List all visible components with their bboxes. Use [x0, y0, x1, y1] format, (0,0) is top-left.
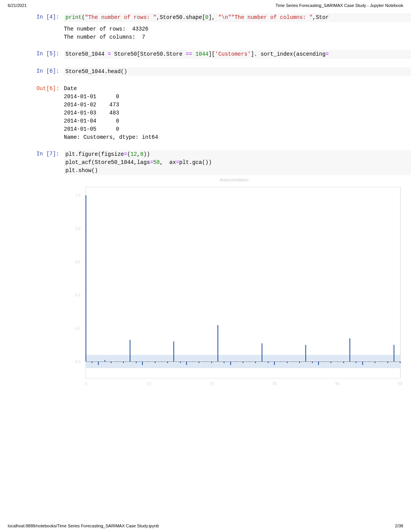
acf-bar-lag-50	[400, 361, 401, 363]
header-title: Time Series Forecasting_SARIMAX Case Stu…	[276, 3, 403, 8]
output-out-6: Date 2014-01-01 0 2014-01-02 473 2014-01…	[64, 85, 411, 142]
acf-bar-lag-44	[362, 361, 363, 365]
acf-bar-lag-2	[98, 361, 99, 365]
acf-bar-lag-9	[142, 361, 143, 365]
acf-bar-lag-32	[287, 361, 288, 363]
acf-bar-lag-11	[155, 361, 156, 363]
acf-bar-lag-23	[230, 361, 231, 365]
acf-bar-lag-37	[318, 361, 319, 365]
notebook-content: In [4]: print("The number of rows: ",Sto…	[0, 9, 411, 394]
acf-bar-lag-45	[368, 361, 369, 362]
acf-bar-lag-1	[92, 361, 92, 363]
prompt-in-7: In [7]:	[23, 150, 64, 394]
cell-in-7: In [7]: plt.figure(figsize=(12,8)) plot_…	[23, 150, 411, 394]
acf-bar-lag-0	[86, 195, 86, 361]
acf-bar-lag-42	[349, 338, 350, 361]
output-cell-4: The number of rows: 43326 The number of …	[64, 25, 411, 41]
cell-in-6: In [6]: Store50_1044.head()	[23, 67, 411, 76]
acf-bar-lag-15	[180, 361, 181, 363]
acf-bar-lag-6	[123, 361, 124, 363]
acf-bar-lag-20	[211, 361, 212, 363]
plot-box: 0.00.20.40.60.81.0 01020304050	[86, 187, 401, 379]
cell-in-5: In [5]: Store50_1044 = Store50[Store50.S…	[23, 50, 411, 59]
acf-bar-lag-16	[186, 361, 187, 365]
acf-bar-lag-24	[236, 361, 237, 362]
acf-bar-lag-5	[117, 361, 118, 362]
cell-in-4: In [4]: print("The number of rows: ",Sto…	[23, 13, 411, 41]
acf-bar-lag-25	[243, 361, 243, 363]
code-cell-5[interactable]: Store50_1044 = Store50[Store50.Store == …	[64, 50, 411, 59]
acf-bar-lag-38	[324, 361, 325, 362]
acf-bar-lag-35	[305, 345, 306, 361]
acf-bar-lag-47	[381, 361, 382, 362]
acf-bar-lag-14	[173, 341, 174, 361]
acf-bar-lag-27	[255, 361, 256, 363]
acf-bar-lag-30	[274, 361, 275, 365]
acf-bar-lag-21	[217, 325, 218, 362]
acf-bar-lag-39	[331, 361, 331, 363]
acf-bar-lag-31	[280, 361, 281, 362]
acf-bar-lag-41	[343, 361, 344, 363]
acf-bar-lag-19	[205, 361, 206, 362]
page-header: 6/21/2021 Time Series Forecasting_SARIMA…	[0, 0, 411, 9]
acf-bar-lag-49	[394, 345, 394, 361]
prompt-out-6: Out[6]:	[23, 85, 64, 142]
acf-bar-lag-17	[192, 361, 193, 362]
acf-bar-lag-43	[356, 361, 356, 363]
header-date: 6/21/2021	[8, 3, 27, 8]
acf-chart: Autocorrelation 0.00.20.40.60.81.0 01020…	[64, 177, 404, 394]
acf-bar-lag-8	[136, 361, 137, 363]
acf-bar-lag-46	[375, 361, 375, 363]
prompt-in-4: In [4]:	[23, 13, 64, 41]
acf-bar-lag-18	[199, 361, 199, 363]
acf-bar-lag-48	[387, 361, 388, 363]
acf-bar-lag-33	[293, 361, 294, 362]
acf-bar-lag-4	[111, 361, 111, 363]
acf-bar-lag-7	[130, 340, 130, 361]
prompt-in-6: In [6]:	[23, 67, 64, 76]
code-cell-6[interactable]: Store50_1044.head()	[64, 67, 411, 76]
acf-bar-lag-12	[161, 361, 162, 362]
code-cell-7[interactable]: plt.figure(figsize=(12,8)) plot_acf(Stor…	[64, 150, 411, 175]
acf-bar-lag-40	[337, 361, 338, 362]
chart-title: Autocorrelation	[220, 177, 248, 182]
acf-bar-lag-22	[224, 361, 224, 363]
acf-bar-lag-26	[249, 361, 250, 362]
acf-bar-lag-3	[104, 360, 105, 361]
acf-bar-lag-36	[312, 361, 313, 363]
prompt-in-5: In [5]:	[23, 50, 64, 59]
acf-bar-lag-28	[262, 343, 262, 361]
acf-bar-lag-10	[148, 361, 149, 362]
cell-out-6: Out[6]: Date 2014-01-01 0 2014-01-02 473…	[23, 85, 411, 142]
acf-bar-lag-13	[167, 361, 168, 363]
acf-bar-lag-29	[268, 361, 269, 363]
code-cell-4[interactable]: print("The number of rows: ",Store50.sha…	[64, 13, 411, 22]
acf-bar-lag-34	[299, 361, 300, 363]
